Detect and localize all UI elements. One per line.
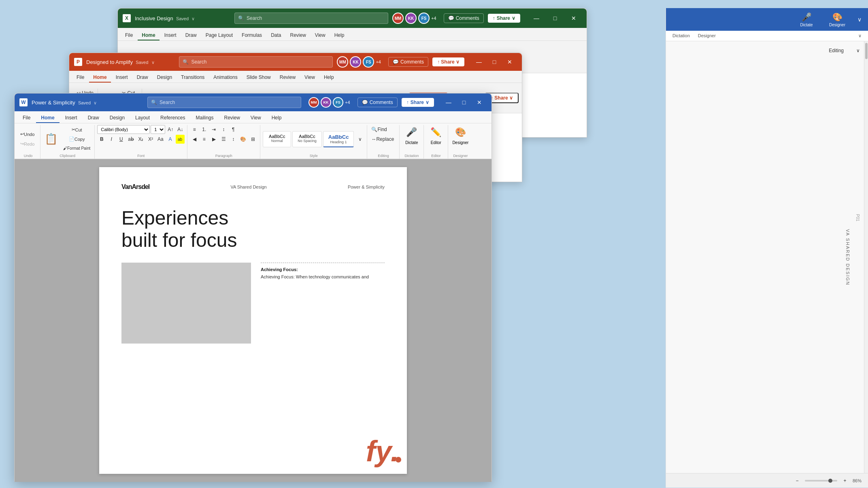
excel-search-box[interactable]: 🔍 Search	[234, 13, 388, 24]
ppt-tab-slideshow[interactable]: Slide Show	[243, 73, 275, 83]
word-grow-font-button[interactable]: A↑	[166, 125, 175, 134]
excel-tab-formulas[interactable]: Formulas	[238, 31, 266, 40]
word-style-heading1[interactable]: AaBbCc Heading 1	[323, 131, 354, 147]
ppt-tab-help[interactable]: Help	[320, 73, 338, 83]
ppt-share-button[interactable]: ↑ Share ∨	[432, 57, 464, 66]
word-tab-home[interactable]: Home	[36, 113, 59, 123]
word-copy-button[interactable]: 📄 Copy	[62, 135, 92, 144]
ppt-minimize-button[interactable]: —	[472, 56, 486, 68]
word-tab-review[interactable]: Review	[219, 113, 245, 123]
word-dictate-button[interactable]: 🎤	[404, 125, 419, 140]
excel-tab-review[interactable]: Review	[286, 31, 310, 40]
word-tab-design[interactable]: Design	[105, 113, 130, 123]
zoom-slider[interactable]	[805, 480, 837, 482]
word-close-button[interactable]: ✕	[472, 97, 487, 108]
word-tab-insert[interactable]: Insert	[60, 113, 82, 123]
word-tab-help[interactable]: Help	[267, 113, 287, 123]
word-redo-button[interactable]: ↪ Redo	[19, 140, 36, 149]
word-clear-format-button[interactable]: Aa	[156, 135, 165, 144]
word-minimize-button[interactable]: —	[441, 97, 456, 108]
zoom-in-button[interactable]: +	[840, 476, 849, 485]
panel-dictate-button[interactable]: 🎤 Dictate	[794, 12, 819, 27]
word-numbering-button[interactable]: 1.	[200, 125, 208, 134]
word-font-selector[interactable]: Calibri (Body)	[97, 125, 150, 134]
word-superscript-button[interactable]: X²	[146, 135, 155, 144]
word-strikethrough-button[interactable]: ab̶	[126, 135, 136, 144]
word-highlight-button[interactable]: ab	[176, 135, 185, 144]
word-borders-button[interactable]: ⊞	[249, 135, 257, 144]
ppt-tab-animations[interactable]: Animations	[209, 73, 241, 83]
word-justify-button[interactable]: ☰	[219, 135, 228, 144]
word-maximize-button[interactable]: □	[457, 97, 471, 108]
excel-minimize-button[interactable]: —	[528, 13, 545, 24]
word-search-box[interactable]: 🔍 Search	[147, 97, 301, 108]
excel-tab-insert[interactable]: Insert	[160, 31, 181, 40]
word-paste-button[interactable]: 📋	[43, 130, 59, 148]
word-tab-file[interactable]: File	[18, 113, 35, 123]
word-subscript-button[interactable]: X₂	[136, 135, 145, 144]
word-italic-button[interactable]: I	[107, 135, 116, 144]
excel-tab-help[interactable]: Help	[330, 31, 349, 40]
word-align-center-button[interactable]: ≡	[200, 135, 208, 144]
word-style-normal[interactable]: AaBbCc Normal	[263, 131, 291, 147]
excel-tab-file[interactable]: File	[121, 31, 137, 40]
word-tab-view[interactable]: View	[246, 113, 266, 123]
ppt-tab-insert[interactable]: Insert	[112, 73, 132, 83]
word-tab-layout[interactable]: Layout	[130, 113, 155, 123]
word-line-spacing-button[interactable]: ↕	[229, 135, 238, 144]
excel-tab-view[interactable]: View	[311, 31, 330, 40]
word-comments-button[interactable]: 💬 Comments	[357, 98, 398, 107]
word-bold-button[interactable]: B	[97, 135, 106, 144]
word-font-color-button[interactable]: A	[166, 135, 175, 144]
word-replace-button[interactable]: ↔ Replace	[370, 135, 396, 144]
excel-tab-draw[interactable]: Draw	[181, 31, 201, 40]
panel-scrollbar[interactable]	[864, 41, 868, 473]
panel-expand-sublabel[interactable]: ∨	[858, 33, 862, 38]
word-cut-button[interactable]: ✂ Cut	[62, 125, 92, 134]
word-format-paint-button[interactable]: 🖌 Format Paint	[62, 144, 92, 153]
ppt-tab-design[interactable]: Design	[153, 73, 176, 83]
excel-tab-data[interactable]: Data	[267, 31, 285, 40]
word-align-left-button[interactable]: ◀	[190, 135, 199, 144]
word-tab-references[interactable]: References	[155, 113, 190, 123]
word-sort-button[interactable]: ↕	[219, 125, 228, 134]
ppt-tab-view[interactable]: View	[300, 73, 319, 83]
word-designer-button[interactable]: 🎨	[453, 125, 468, 140]
ppt-tab-home[interactable]: Home	[89, 73, 111, 83]
excel-tab-pagelayout[interactable]: Page Layout	[202, 31, 237, 40]
word-more-styles-button[interactable]: ∨	[355, 135, 364, 144]
excel-comments-button[interactable]: 💬 Comments	[444, 13, 484, 23]
word-font-size-selector[interactable]: 11	[151, 125, 165, 134]
panel-expand-button[interactable]: ∨	[857, 16, 862, 23]
word-undo-button[interactable]: ↩ Undo	[19, 130, 36, 139]
word-find-button[interactable]: 🔍 Find	[370, 125, 388, 134]
ppt-tab-review[interactable]: Review	[276, 73, 300, 83]
zoom-out-button[interactable]: −	[793, 476, 802, 485]
excel-tab-home[interactable]: Home	[138, 31, 159, 40]
ppt-search-box[interactable]: 🔍 Search	[179, 56, 333, 68]
ppt-maximize-button[interactable]: □	[487, 56, 502, 68]
ppt-tab-file[interactable]: File	[72, 73, 88, 83]
word-share-button[interactable]: ↑ Share ∨	[402, 98, 434, 107]
word-editor-button[interactable]: ✏️	[429, 125, 443, 140]
ppt-comments-button[interactable]: 💬 Comments	[388, 57, 428, 67]
word-tab-mailings[interactable]: Mailings	[191, 113, 218, 123]
panel-scrollbar-thumb[interactable]	[865, 43, 868, 59]
word-style-nospacing[interactable]: AaBbCc No Spacing	[292, 131, 322, 147]
panel-designer-button[interactable]: 🎨 Designer	[825, 12, 849, 27]
word-tab-draw[interactable]: Draw	[83, 113, 104, 123]
word-underline-button[interactable]: U	[117, 135, 126, 144]
word-bullets-button[interactable]: ≡	[190, 125, 199, 134]
excel-maximize-button[interactable]: □	[547, 13, 563, 24]
word-shading-button[interactable]: 🎨	[238, 135, 248, 144]
panel-editing-expand[interactable]: ∨	[856, 48, 860, 53]
ppt-close-button[interactable]: ✕	[502, 56, 517, 68]
excel-close-button[interactable]: ✕	[566, 13, 582, 24]
word-indent-button[interactable]: ⇥	[209, 125, 218, 134]
excel-share-button[interactable]: ↑ Share ∨	[488, 14, 520, 23]
word-align-right-button[interactable]: ▶	[209, 135, 218, 144]
ppt-tab-draw[interactable]: Draw	[133, 73, 152, 83]
word-show-marks-button[interactable]: ¶	[229, 125, 238, 134]
ppt-tab-transitions[interactable]: Transitions	[177, 73, 208, 83]
word-shrink-font-button[interactable]: A↓	[176, 125, 185, 134]
